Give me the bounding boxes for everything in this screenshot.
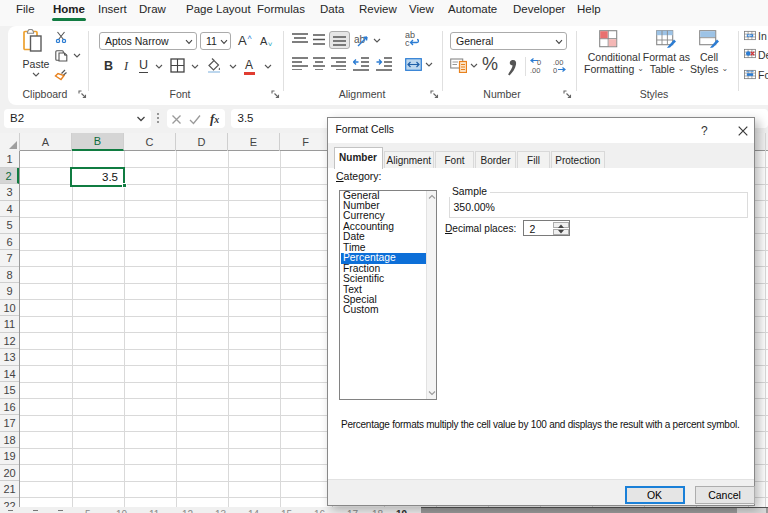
svg-text:.00: .00	[530, 66, 540, 74]
svg-text:c: c	[405, 38, 410, 47]
svg-text:0: 0	[553, 66, 557, 74]
